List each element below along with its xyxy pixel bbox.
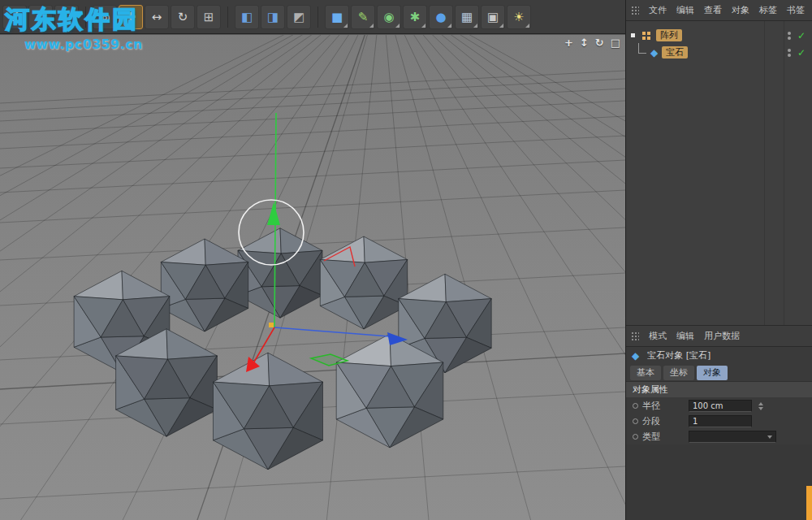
render-settings-glyph: ◩ bbox=[293, 10, 304, 24]
rotate-tool-glyph: ↻ bbox=[178, 10, 188, 24]
field-segments-value: 1 bbox=[693, 417, 698, 426]
toolbar-separator bbox=[222, 6, 228, 28]
field-segments-input[interactable]: 1 bbox=[689, 415, 752, 427]
key-dot[interactable] bbox=[633, 418, 638, 424]
field-type: 类型 bbox=[626, 429, 812, 444]
om-menu-tags[interactable]: 标签 bbox=[759, 4, 777, 16]
scrollbar-thumb-orange[interactable] bbox=[806, 486, 812, 520]
rotate-tool-icon[interactable]: ↻ bbox=[171, 5, 195, 29]
tab-basic[interactable]: 基本 bbox=[630, 366, 661, 380]
spline-pen-glyph: ✎ bbox=[358, 10, 369, 24]
visibility-dots[interactable] bbox=[788, 49, 791, 57]
array-generator-icon[interactable]: ✱ bbox=[403, 5, 427, 29]
spin-down-icon[interactable] bbox=[758, 407, 763, 410]
primitive-cube-icon[interactable]: ■ bbox=[325, 5, 349, 29]
object-label-array[interactable]: 阵列 bbox=[656, 29, 682, 41]
render-picture-viewer-icon[interactable]: ◨ bbox=[261, 5, 285, 29]
attribute-object-title-text: 宝石对象 [宝石] bbox=[647, 349, 710, 362]
toolbar-separator bbox=[312, 6, 318, 28]
right-panel: 文件编辑查看对象标签书签 阵列✓◆宝石✓ 模式编辑用户数据 ◆ 宝石对象 [宝石… bbox=[625, 0, 812, 520]
subdivision-surface-icon[interactable]: ◉ bbox=[377, 5, 401, 29]
scale-tool-icon[interactable]: ↔ bbox=[145, 5, 169, 29]
spin-up-icon[interactable] bbox=[758, 402, 763, 405]
om-menu-object[interactable]: 对象 bbox=[732, 4, 749, 16]
am-menu-mode[interactable]: 模式 bbox=[649, 330, 667, 342]
key-dot[interactable] bbox=[633, 403, 638, 409]
attribute-object-title: ◆ 宝石对象 [宝石] bbox=[626, 347, 812, 364]
tree-column-divider bbox=[764, 21, 765, 325]
field-radius-value: 100 cm bbox=[693, 401, 723, 410]
object-label-gem[interactable]: 宝石 bbox=[662, 46, 688, 58]
tab-coordinates[interactable]: 坐标 bbox=[663, 366, 694, 380]
camera-icon[interactable]: ▣ bbox=[481, 5, 505, 29]
move-tool-icon[interactable]: ✚ bbox=[119, 5, 143, 29]
visibility-toggles: ✓ bbox=[788, 48, 812, 58]
toolbar-separator bbox=[80, 6, 86, 28]
key-dot[interactable] bbox=[633, 434, 638, 440]
om-menu-view[interactable]: 查看 bbox=[704, 4, 722, 16]
array-generator-glyph: ✱ bbox=[410, 10, 421, 24]
light-icon[interactable]: ☀ bbox=[507, 5, 531, 29]
cinema4d-window: Z↺↻◎✚↔↻⊞◧◨◩■✎◉✱●▦▣☀ +↕↻□ 文件编辑查看对象标签书签 阵列… bbox=[0, 0, 812, 520]
primitive-cube-glyph: ■ bbox=[331, 10, 343, 24]
live-selection-icon[interactable]: ◎ bbox=[93, 5, 117, 29]
z-axis-badge-glyph: Z bbox=[11, 10, 19, 24]
undo-icon[interactable]: ↺ bbox=[28, 5, 53, 29]
environment-floor-icon[interactable]: ▦ bbox=[455, 5, 479, 29]
am-menu-edit[interactable]: 编辑 bbox=[676, 330, 694, 342]
object-manager-menubar: 文件编辑查看对象标签书签 bbox=[626, 0, 812, 21]
field-radius-input[interactable]: 100 cm bbox=[689, 400, 752, 412]
render-picture-viewer-glyph: ◨ bbox=[267, 10, 279, 24]
render-view-icon[interactable]: ◧ bbox=[235, 5, 259, 29]
left-column: Z↺↻◎✚↔↻⊞◧◨◩■✎◉✱●▦▣☀ +↕↻□ bbox=[0, 0, 625, 520]
array-object-icon bbox=[642, 32, 646, 35]
om-menu-edit[interactable]: 编辑 bbox=[676, 4, 694, 16]
toggle-view-icon[interactable]: □ bbox=[611, 37, 620, 49]
visibility-dot-render[interactable] bbox=[788, 37, 791, 40]
gem-object-icon: ◆ bbox=[650, 48, 658, 58]
render-view-glyph: ◧ bbox=[241, 10, 253, 24]
zoom-view-icon[interactable]: ↕ bbox=[580, 37, 589, 49]
attribute-fields: 半径100 cm分段1类型 bbox=[626, 398, 812, 444]
visibility-dot-render[interactable] bbox=[788, 54, 791, 57]
attribute-manager-menubar: 模式编辑用户数据 bbox=[626, 325, 812, 347]
live-selection-glyph: ◎ bbox=[99, 10, 110, 24]
field-segments-label: 分段 bbox=[642, 415, 685, 427]
enabled-check-icon[interactable]: ✓ bbox=[797, 31, 806, 41]
rotate-view-icon[interactable]: ↻ bbox=[595, 37, 604, 49]
coordinate-system-glyph: ⊞ bbox=[204, 10, 214, 24]
camera-glyph: ▣ bbox=[487, 10, 499, 24]
z-axis-badge-icon[interactable]: Z bbox=[2, 5, 27, 29]
deformer-icon[interactable]: ● bbox=[429, 5, 453, 29]
om-menu-file[interactable]: 文件 bbox=[649, 4, 667, 16]
coordinate-system-icon[interactable]: ⊞ bbox=[197, 5, 221, 29]
field-segments: 分段1 bbox=[626, 414, 812, 429]
subdivision-surface-glyph: ◉ bbox=[383, 10, 394, 24]
visibility-dot-editor[interactable] bbox=[788, 32, 791, 35]
am-menu-user-data[interactable]: 用户数据 bbox=[704, 330, 740, 342]
visibility-dots[interactable] bbox=[788, 32, 791, 40]
viewport-controls: +↕↻□ bbox=[564, 37, 620, 49]
field-radius: 半径100 cm bbox=[626, 398, 812, 414]
field-radius-label: 半径 bbox=[642, 400, 685, 412]
main-toolbar: Z↺↻◎✚↔↻⊞◧◨◩■✎◉✱●▦▣☀ bbox=[0, 0, 625, 34]
visibility-dot-editor[interactable] bbox=[788, 49, 791, 52]
pan-view-icon[interactable]: + bbox=[564, 37, 573, 49]
am-grip-icon bbox=[631, 332, 639, 341]
object-properties-header: 对象属性 bbox=[626, 382, 812, 398]
environment-floor-glyph: ▦ bbox=[461, 10, 473, 24]
redo-icon[interactable]: ↻ bbox=[54, 5, 79, 29]
spinner-arrows[interactable] bbox=[758, 402, 763, 410]
field-type-input[interactable] bbox=[689, 431, 776, 443]
om-menu-bookmarks[interactable]: 书签 bbox=[787, 4, 805, 16]
scene-canvas[interactable] bbox=[0, 35, 625, 520]
move-tool-glyph: ✚ bbox=[126, 10, 136, 24]
redo-glyph: ↻ bbox=[62, 10, 72, 24]
spline-pen-icon[interactable]: ✎ bbox=[351, 5, 375, 29]
tab-object[interactable]: 对象 bbox=[697, 366, 728, 380]
enabled-check-icon[interactable]: ✓ bbox=[797, 48, 806, 58]
viewport-3d[interactable]: +↕↻□ bbox=[0, 34, 625, 520]
render-settings-icon[interactable]: ◩ bbox=[287, 5, 311, 29]
deformer-glyph: ● bbox=[435, 10, 446, 24]
field-type-label: 类型 bbox=[642, 431, 685, 443]
